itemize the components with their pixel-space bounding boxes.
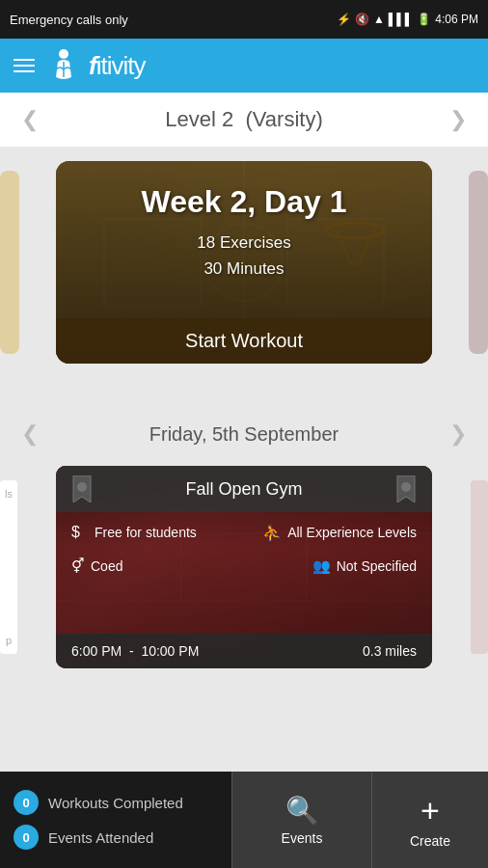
event-price-text: Free for students xyxy=(95,524,197,541)
event-title: Fall Open Gym xyxy=(93,479,395,500)
workout-title: Week 2, Day 1 xyxy=(75,184,413,220)
event-next-card[interactable] xyxy=(471,480,488,654)
workouts-count-badge: 0 xyxy=(14,790,39,815)
workout-exercises: 18 Exercises xyxy=(75,230,413,256)
event-price-info: $ Free for students xyxy=(71,524,197,541)
section-separator xyxy=(0,378,488,407)
events-date-row: ❮ Friday, 5th September ❯ xyxy=(0,407,488,461)
status-left: Emergency calls only xyxy=(10,13,128,27)
event-card[interactable]: Fall Open Gym $ Free for students ⛹ All xyxy=(56,466,432,668)
events-next-button[interactable]: ❯ xyxy=(444,420,473,448)
app-logo: fitivity xyxy=(89,51,145,81)
level-row: ❮ Level 2 (Varsity) ❯ xyxy=(0,93,488,147)
event-distance: 0.3 miles xyxy=(363,643,417,659)
workouts-label: Workouts Completed xyxy=(48,795,183,811)
bookmark-right-icon[interactable] xyxy=(395,475,417,502)
event-age-info: 👥 Not Specified xyxy=(312,557,417,575)
create-nav-button[interactable]: + Create xyxy=(372,772,488,868)
level-prev-button[interactable]: ❮ xyxy=(15,105,44,134)
bottom-navigation: 0 Workouts Completed 0 Events Attended 🔍… xyxy=(0,772,488,868)
event-card-footer: 6:00 PM - 10:00 PM 0.3 miles xyxy=(56,634,432,668)
workouts-completed-stat: 0 Workouts Completed xyxy=(14,790,218,815)
search-icon: 🔍 xyxy=(285,795,319,827)
dollar-icon: $ xyxy=(71,524,89,541)
event-card-header: Fall Open Gym xyxy=(56,466,432,512)
volume-icon: 🔇 xyxy=(355,13,369,26)
logo-text-rest: itivity xyxy=(96,51,146,80)
event-detail-row: ⚥ Coed 👥 Not Specified xyxy=(71,557,417,575)
status-right: ⚡ 🔇 ▲ ▌▌▌ 🔋 4:06 PM xyxy=(337,13,478,26)
plus-icon: + xyxy=(420,792,440,829)
event-gender-text: Coed xyxy=(91,558,122,574)
start-workout-button[interactable]: Start Workout xyxy=(56,318,432,364)
create-nav-label: Create xyxy=(410,833,450,849)
gender-icon: ⚥ xyxy=(71,557,85,575)
main-content: ❮ Level 2 (Varsity) ❯ xyxy=(0,93,488,772)
people-icon: 👥 xyxy=(312,557,331,575)
events-chevron-right-icon: ❯ xyxy=(449,421,467,447)
bluetooth-icon: ⚡ xyxy=(337,13,351,26)
signal-icon: ▌▌▌ xyxy=(389,13,414,26)
svg-point-0 xyxy=(59,49,68,59)
chevron-left-icon: ❮ xyxy=(21,107,39,132)
events-chevron-left-icon: ❮ xyxy=(21,421,39,447)
level-next-button[interactable]: ❯ xyxy=(444,105,473,134)
bookmark-left-icon[interactable] xyxy=(71,475,93,502)
workout-duration: 30 Minutes xyxy=(75,256,413,282)
battery-icon: 🔋 xyxy=(417,13,431,26)
app-header: fitivity xyxy=(0,39,488,93)
stats-panel: 0 Workouts Completed 0 Events Attended xyxy=(0,772,231,868)
event-card-body: $ Free for students ⛹ All Experience Lev… xyxy=(56,512,432,586)
wifi-icon: ▲ xyxy=(373,13,385,26)
event-info-row-1: $ Free for students ⛹ All Experience Lev… xyxy=(71,524,417,542)
hamburger-menu-button[interactable] xyxy=(14,59,35,72)
basketball-icon xyxy=(50,48,77,83)
logo-f-letter: f xyxy=(89,51,96,80)
events-nav-button[interactable]: 🔍 Events xyxy=(231,772,372,868)
svg-point-18 xyxy=(401,482,411,492)
events-attended-label: Events Attended xyxy=(48,829,153,846)
events-attended-stat: 0 Events Attended xyxy=(14,825,218,850)
event-gender-info: ⚥ Coed xyxy=(71,557,122,575)
workout-next-card[interactable] xyxy=(469,171,488,354)
event-prev-card[interactable]: ls p xyxy=(0,480,17,654)
workout-card-section: Week 2, Day 1 18 Exercises 30 Minutes St… xyxy=(0,147,488,378)
level-title: Level 2 (Varsity) xyxy=(165,107,322,132)
event-age-text: Not Specified xyxy=(337,558,417,574)
event-time: 6:00 PM - 10:00 PM xyxy=(71,643,199,659)
events-prev-button[interactable]: ❮ xyxy=(15,420,44,448)
workout-card-content: Week 2, Day 1 18 Exercises 30 Minutes xyxy=(56,161,432,282)
helmet-icon: ⛹ xyxy=(262,524,282,542)
event-card-section: ls p xyxy=(0,461,488,673)
chevron-right-icon: ❯ xyxy=(449,107,467,132)
time-display: 4:06 PM xyxy=(435,13,478,26)
events-nav-label: Events xyxy=(282,830,323,846)
events-date: Friday, 5th September xyxy=(44,423,444,446)
workout-prev-card[interactable] xyxy=(0,171,19,354)
emergency-calls-text: Emergency calls only xyxy=(10,13,128,27)
events-count-badge: 0 xyxy=(14,825,39,850)
status-bar: Emergency calls only ⚡ 🔇 ▲ ▌▌▌ 🔋 4:06 PM xyxy=(0,0,488,39)
event-level-text: All Experience Levels xyxy=(287,524,417,541)
svg-point-16 xyxy=(77,482,87,492)
workout-card[interactable]: Week 2, Day 1 18 Exercises 30 Minutes St… xyxy=(56,161,432,364)
event-level-info: ⛹ All Experience Levels xyxy=(262,524,417,542)
